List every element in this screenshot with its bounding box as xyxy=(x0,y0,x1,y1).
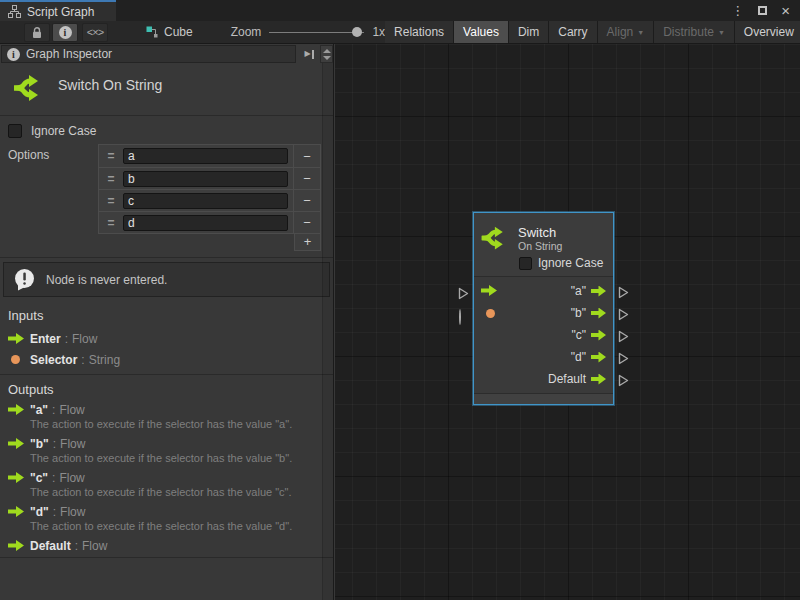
port-description: The action to execute if the selector ha… xyxy=(30,451,333,465)
zoom-slider-handle[interactable] xyxy=(352,27,362,37)
flow-port-icon xyxy=(8,472,24,483)
remove-option-button[interactable]: − xyxy=(293,190,320,211)
window-menu-icon[interactable]: ⋮ xyxy=(731,4,744,17)
tab-title: Script Graph xyxy=(27,5,94,19)
option-row: = − xyxy=(99,211,320,233)
external-flow-output-port[interactable] xyxy=(618,330,629,346)
external-flow-output-port[interactable] xyxy=(618,352,629,368)
port-description: The action to execute if the selector ha… xyxy=(30,519,333,533)
toolbar-button-label: Values xyxy=(463,25,499,39)
node-output-port[interactable]: "c" xyxy=(474,324,613,346)
remove-option-button[interactable]: − xyxy=(293,145,320,167)
drag-handle[interactable]: = xyxy=(99,149,123,163)
port-type: String xyxy=(89,353,120,367)
toolbar-button[interactable]: Carry ▼ xyxy=(549,21,596,43)
external-flow-input-port[interactable] xyxy=(458,287,469,303)
output-port-item: "d" : Flow The action to execute if the … xyxy=(0,504,333,533)
flow-port-icon xyxy=(8,540,24,551)
inspected-node-title: Switch On String xyxy=(58,72,162,93)
toolbar-button[interactable]: Relations ▼ xyxy=(385,21,453,43)
external-flow-output-port[interactable] xyxy=(618,286,629,302)
panel-scrubber[interactable] xyxy=(320,45,333,63)
option-input[interactable] xyxy=(123,193,288,209)
port-description: The action to execute if the selector ha… xyxy=(30,417,333,431)
code-icon: <×> xyxy=(87,26,103,38)
zoom-slider[interactable] xyxy=(269,32,364,33)
option-input[interactable] xyxy=(123,148,288,164)
external-flow-output-port[interactable] xyxy=(618,374,629,390)
warning-message: Node is never entered. xyxy=(3,262,330,297)
tab-script-graph[interactable]: Script Graph xyxy=(0,0,116,21)
switch-node-icon xyxy=(12,72,44,104)
dock-arrow-icon: ▶ xyxy=(304,50,310,58)
toolbar-button[interactable]: Dim ▼ xyxy=(509,21,548,43)
toolbar-button-label: Dim xyxy=(518,25,539,39)
node-port-label: "c" xyxy=(571,328,586,342)
inspector-header-title: Graph Inspector xyxy=(26,47,112,61)
input-port-enter: Enter : Flow xyxy=(8,328,333,349)
inspector-scrollbar-track[interactable] xyxy=(322,63,333,600)
code-preview-button[interactable]: <×> xyxy=(82,23,108,42)
port-type: Flow xyxy=(82,539,107,553)
switch-on-string-node[interactable]: Switch On String Ignore Case "a" "b" "c"… xyxy=(473,212,614,405)
scrub-up-icon xyxy=(323,49,331,53)
dock-bar-icon xyxy=(312,50,314,59)
drag-handle[interactable]: = xyxy=(99,194,123,208)
toolbar-button[interactable]: Distribute ▼ xyxy=(654,21,734,43)
graph-inspector-panel: i Graph Inspector ▶ Switch On String Ign… xyxy=(0,44,334,600)
options-list: = − = − = − = − xyxy=(98,144,321,234)
info-icon: i xyxy=(59,26,72,39)
option-input[interactable] xyxy=(123,215,288,231)
maximize-icon[interactable] xyxy=(758,6,767,15)
zoom-label: Zoom xyxy=(231,25,262,39)
node-port-label: "a" xyxy=(571,284,586,298)
drag-handle[interactable]: = xyxy=(99,216,123,230)
toolbar-button[interactable]: Overview ▼ xyxy=(735,21,800,43)
port-type: Flow xyxy=(59,471,84,485)
value-port-icon xyxy=(11,355,20,364)
flow-port-icon xyxy=(8,506,24,517)
dock-panel-button[interactable]: ▶ xyxy=(298,45,320,63)
ignore-case-label: Ignore Case xyxy=(31,124,96,138)
add-option-button[interactable]: + xyxy=(294,234,321,251)
remove-option-button[interactable]: − xyxy=(293,168,320,189)
remove-option-button[interactable]: − xyxy=(293,212,320,233)
inspector-toggle-button[interactable]: i xyxy=(52,23,78,42)
close-icon[interactable]: × xyxy=(781,3,790,18)
lock-button[interactable] xyxy=(24,23,50,42)
flow-port-icon xyxy=(591,374,606,385)
flow-port-icon xyxy=(591,286,606,297)
node-output-port[interactable]: "d" xyxy=(474,346,613,368)
toolbar-button[interactable]: Values ▼ xyxy=(454,21,508,43)
option-input[interactable] xyxy=(123,171,288,187)
breadcrumb[interactable]: Cube xyxy=(146,21,193,43)
ignore-case-checkbox[interactable] xyxy=(8,124,22,138)
node-footer xyxy=(474,393,613,404)
scrub-down-icon xyxy=(323,56,331,60)
node-ignore-case-checkbox[interactable] xyxy=(519,257,532,270)
toolbar-button-label: Align xyxy=(607,25,634,39)
external-flow-output-port[interactable] xyxy=(618,308,629,324)
port-type: Flow xyxy=(59,403,84,417)
node-output-port[interactable]: Default xyxy=(474,368,613,390)
node-port-label: "d" xyxy=(571,350,586,364)
graph-owner-icon xyxy=(146,26,158,38)
toolbar-button-label: Distribute xyxy=(663,25,714,39)
graph-toolbar: i <×> Cube Zoom 1x Relations ▼ Values ▼ … xyxy=(0,21,800,44)
toolbar-button[interactable]: Align ▼ xyxy=(598,21,654,43)
port-name: Default xyxy=(30,539,71,553)
node-selector-port[interactable] xyxy=(486,309,495,318)
flow-port-icon xyxy=(591,308,606,319)
inputs-section-title: Inputs xyxy=(8,308,333,323)
graph-canvas[interactable]: Switch On String Ignore Case "a" "b" "c"… xyxy=(335,44,800,600)
node-port-label: Default xyxy=(548,372,586,386)
node-header[interactable]: Switch On String Ignore Case xyxy=(474,213,613,277)
port-name: Selector xyxy=(30,353,77,367)
toolbar-buttons: Relations ▼ Values ▼ Dim ▼ Carry ▼ Align… xyxy=(385,21,800,43)
drag-handle[interactable]: = xyxy=(99,172,123,186)
port-type: Flow xyxy=(60,437,85,451)
port-type: Flow xyxy=(60,505,85,519)
inspector-header: i Graph Inspector xyxy=(1,45,296,63)
window-tab-bar: Script Graph ⋮ × xyxy=(0,0,800,21)
external-value-input-port[interactable] xyxy=(459,310,461,324)
